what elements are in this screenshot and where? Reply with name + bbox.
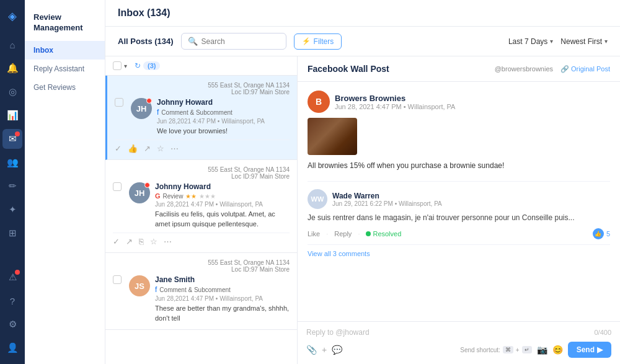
reply-input[interactable] [306, 328, 594, 337]
date-filter[interactable]: Last 7 Days ▾ [508, 37, 553, 46]
check-action-icon[interactable]: ✓ [115, 144, 122, 153]
nav-inbox-icon[interactable]: ✉ [2, 129, 22, 149]
filters-button[interactable]: ⚡ Filters [294, 33, 342, 50]
review-actions-1: ✓ ↗ ⎘ ☆ ⋯ [113, 233, 290, 246]
review-body-1: JH Johnny Howard G Review ★★★★★ Jun [113, 182, 290, 229]
sort-filter[interactable]: Newest First ▾ [560, 37, 608, 46]
attachment-icon[interactable]: 📎 [306, 345, 317, 355]
review-item-0[interactable]: 555 East St, Orange NA 1134 Loc ID:97 Ma… [105, 76, 297, 160]
review-checkbox-2[interactable] [113, 275, 122, 284]
main-content: Inbox (134) All Posts (134) 🔍 ⚡ Filters … [105, 0, 620, 364]
review-item-2[interactable]: 555 East St, Orange NA 1134 Loc ID:97 Ma… [105, 253, 297, 330]
search-input[interactable] [202, 37, 280, 46]
view-all-comments[interactable]: View all 3 comments [308, 244, 610, 257]
post-date: Jun 28, 2021 4:47 PM • Willainsport, PA [335, 103, 455, 110]
content-area: ▾ ↻ (3) 555 East St, Orange NA 1134 Loc … [105, 56, 620, 364]
camera-icon[interactable]: 📷 [537, 345, 547, 355]
shortcut-plus: + [516, 347, 520, 353]
sidebar-item-inbox-label: Inbox [33, 46, 53, 55]
at-handle: @browersbrownies [495, 65, 553, 73]
unread-dot-0 [146, 98, 152, 104]
copy-action-icon-1[interactable]: ⎘ [139, 237, 144, 246]
detail-body: B Browers Brownies Jun 28, 2021 4:47 PM … [298, 82, 620, 321]
send-action-icon-1[interactable]: ↗ [126, 237, 133, 246]
filters-label: Filters [314, 37, 334, 46]
nav-chart-icon[interactable]: 📊 [2, 105, 22, 125]
post-avatar: B [308, 91, 330, 113]
send-action-icon[interactable]: ↗ [144, 144, 151, 153]
avatar-wrap-0: JH [131, 98, 152, 119]
stars-1: ★★ [185, 193, 197, 200]
review-checkbox-1[interactable] [113, 182, 122, 191]
like-circle-icon: 👍 [593, 228, 604, 239]
reply-area: 0/400 📎 + 💬 Send shortcut: ⌘ + ↵ 📷 😊 [298, 321, 620, 364]
toolbar: All Posts (134) 🔍 ⚡ Filters Last 7 Days … [105, 27, 620, 56]
like-action-icon[interactable]: 👍 [128, 144, 138, 153]
select-all-checkbox[interactable] [113, 61, 122, 70]
review-body-0: JH Johnny Howard f Comment & Subcomment … [115, 98, 290, 136]
refresh-icon: ↻ [135, 61, 141, 70]
check-action-icon-1[interactable]: ✓ [113, 237, 120, 246]
sidebar-item-get-reviews[interactable]: Get Reviews [25, 78, 105, 97]
nav-grid-icon[interactable]: ⊞ [2, 223, 22, 243]
sidebar: Review Management Inbox Reply Assistant … [25, 0, 105, 364]
review-list-panel: ▾ ↻ (3) 555 East St, Orange NA 1134 Loc … [105, 56, 298, 364]
review-item-1[interactable]: 555 East St, Orange NA 1134 Loc ID:97 Ma… [105, 160, 297, 253]
sidebar-item-inbox[interactable]: Inbox [25, 41, 105, 60]
review-checkbox-0[interactable] [115, 98, 123, 107]
like-action[interactable]: Like [308, 230, 320, 237]
review-text-2: These are better than my grandma's, shhh… [155, 304, 290, 323]
send-shortcut: Send shortcut: ⌘ + ↵ [460, 346, 531, 353]
refresh-count: (3) [143, 61, 160, 70]
shortcut-enter: ↵ [522, 346, 532, 353]
nav-star-icon[interactable]: ✦ [2, 200, 22, 220]
location-label-2: 555 East St, Orange NA 1134 Loc ID:97 Ma… [208, 259, 290, 273]
star-action-icon[interactable]: ☆ [157, 144, 164, 153]
comment-date: Jun 29, 2021 6:22 PM • Willainsport, PA [332, 200, 442, 207]
bubble-icon[interactable]: 💬 [332, 345, 342, 355]
original-post-link[interactable]: 🔗 Original Post [560, 65, 610, 73]
sidebar-item-reply-label: Reply Assistant [33, 64, 84, 73]
nav-alert-icon[interactable]: ⚠ [2, 267, 22, 287]
reply-toolbar: 📎 + 💬 Send shortcut: ⌘ + ↵ 📷 😊 Send ▶ [306, 342, 611, 358]
google-icon-1: G [155, 192, 161, 200]
post-text: All brownies 15% off when you purchase a… [308, 160, 610, 171]
list-controls: ▾ ↻ (3) [105, 56, 297, 76]
more-action-icon-1[interactable]: ⋯ [164, 237, 172, 246]
sidebar-item-reply-assistant[interactable]: Reply Assistant [25, 60, 105, 78]
review-type-1: G Review ★★★★★ [155, 192, 290, 200]
avatar-wrap-1: JH [129, 182, 150, 203]
star-action-icon-1[interactable]: ☆ [150, 237, 157, 246]
comment-avatar: WW [308, 189, 327, 209]
nav-profile-icon[interactable]: 👤 [2, 338, 22, 358]
review-text-1: Facilisis eu felis, quis volutpat. Amet,… [155, 210, 290, 229]
nav-edit-icon[interactable]: ✏ [2, 176, 22, 196]
post-image-inner [308, 118, 357, 155]
reply-action[interactable]: Reply [334, 230, 352, 237]
review-body-2: JS Jane Smith f Comment & Subcomment Jun… [113, 275, 290, 323]
date-filter-label: Last 7 Days [508, 37, 547, 46]
nav-bell-icon[interactable]: 🔔 [2, 58, 22, 78]
char-count: 0/400 [594, 329, 611, 336]
nav-home-icon[interactable]: ⌂ [2, 35, 22, 55]
nav-location-icon[interactable]: ◎ [2, 82, 22, 102]
more-action-icon[interactable]: ⋯ [170, 144, 179, 153]
post-author: B Browers Brownies Jun 28, 2021 4:47 PM … [308, 91, 610, 113]
resolved-badge: Resolved [366, 230, 401, 237]
nav-settings-icon[interactable]: ⚙ [2, 314, 22, 334]
review-type-2: f Comment & Subcomment [155, 285, 290, 294]
search-box[interactable]: 🔍 [181, 33, 286, 50]
filter-icon: ⚡ [302, 37, 311, 45]
sidebar-item-get-reviews-label: Get Reviews [33, 83, 76, 92]
app-logo-icon[interactable]: ◈ [2, 6, 22, 26]
nav-help-icon[interactable]: ? [2, 291, 22, 311]
unread-dot-1 [144, 182, 150, 188]
send-button[interactable]: Send ▶ [568, 342, 611, 358]
location-label-1: 555 East St, Orange NA 1134 Loc ID:97 Ma… [208, 166, 290, 180]
sidebar-title: Review Management [25, 7, 105, 41]
refresh-button[interactable]: ↻ (3) [135, 61, 160, 70]
emoji-icon[interactable]: 😊 [552, 345, 563, 355]
select-dropdown-icon[interactable]: ▾ [124, 63, 127, 69]
nav-users-icon[interactable]: 👥 [2, 153, 22, 172]
plus-icon[interactable]: + [322, 345, 327, 355]
